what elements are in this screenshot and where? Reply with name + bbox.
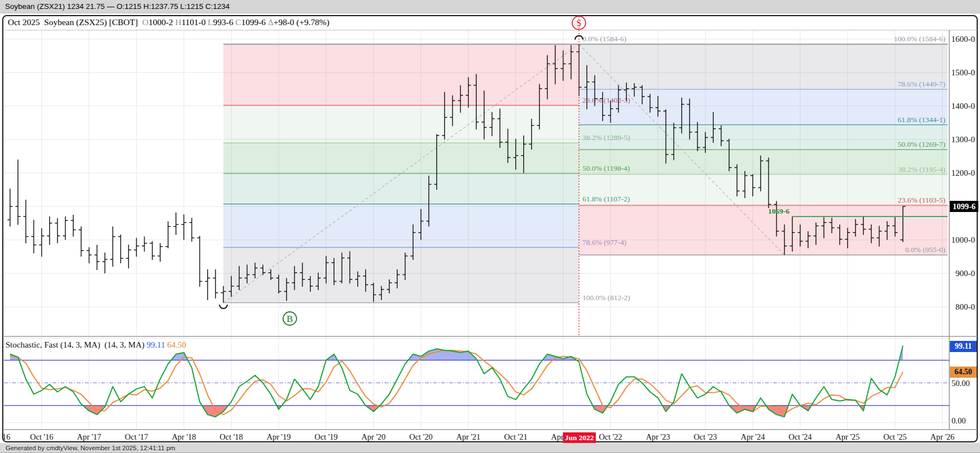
svg-text:Oct '23: Oct '23: [694, 432, 717, 441]
svg-text:Oct '22: Oct '22: [599, 432, 623, 441]
svg-text:Apr '24: Apr '24: [740, 432, 765, 441]
stochastic-d-value: 64.50: [167, 340, 186, 349]
svg-text:0.0% (955-0): 0.0% (955-0): [905, 245, 945, 254]
svg-text:900-0: 900-0: [955, 269, 975, 278]
svg-text:800-0: 800-0: [955, 302, 975, 311]
price-axis-labels: 1600-01500-01400-01300-01200-01000-0900-…: [952, 35, 976, 311]
stochastic-k-value: 99.11: [147, 340, 165, 349]
svg-text:1500-0: 1500-0: [952, 68, 976, 77]
generated-by-text: Generated by cmdtyView, November 1st 202…: [6, 445, 175, 451]
svg-text:Oct '18: Oct '18: [219, 432, 243, 441]
svg-text:Oct '21: Oct '21: [504, 432, 528, 441]
svg-text:Apr '25: Apr '25: [835, 432, 859, 441]
svg-text:Apr '18: Apr '18: [172, 432, 196, 441]
event-date-badge: Jun 2022: [563, 432, 596, 443]
svg-text:Apr '26: Apr '26: [930, 432, 954, 441]
svg-text:100.0% (812-2): 100.0% (812-2): [582, 293, 630, 302]
x-axis-labels: 16Oct '16Apr '17Oct '17Apr '18Oct '18Apr…: [2, 432, 954, 441]
footer-bar: Generated by cmdtyView, November 1st 202…: [0, 443, 980, 453]
svg-text:61.8% (1344-1): 61.8% (1344-1): [898, 115, 945, 124]
svg-text:1069-6: 1069-6: [768, 207, 790, 215]
svg-text:Oct '20: Oct '20: [409, 432, 433, 441]
svg-text:0.0% (1584-6): 0.0% (1584-6): [582, 35, 627, 43]
svg-text:S: S: [576, 18, 581, 28]
stochastic-plot: [4, 346, 949, 417]
svg-text:Oct '17: Oct '17: [125, 432, 149, 441]
svg-text:B: B: [286, 314, 293, 324]
svg-text:Oct '19: Oct '19: [314, 432, 338, 441]
svg-text:1600-0: 1600-0: [952, 35, 976, 44]
stochastic-d-badge: 64.50: [950, 367, 977, 378]
svg-text:38.2% (1195-4): 38.2% (1195-4): [898, 165, 945, 174]
svg-text:Apr '19: Apr '19: [266, 432, 290, 441]
svg-text:Oct '25: Oct '25: [883, 432, 907, 441]
svg-text:16: 16: [2, 432, 11, 441]
svg-text:100.0% (1584-6): 100.0% (1584-6): [894, 35, 945, 43]
last-price-badge: 1099-6: [950, 201, 978, 212]
stochastic-axis-0: 0.00: [952, 416, 965, 426]
svg-text:1200-0: 1200-0: [952, 168, 976, 177]
fibonacci-retracement: [579, 44, 948, 255]
stochastic-axis-50: 50.00: [952, 379, 970, 388]
stochastic-study-header: Stochastic, Fast (14, 3, MA) (14, 3, MA)…: [6, 340, 186, 350]
svg-text:Apr '21: Apr '21: [456, 432, 480, 441]
chart-canvas[interactable]: 0.0% (1584-6)23.6% (1402-3)38.2% (1289-5…: [0, 0, 980, 453]
stochastic-k-badge: 99.11: [950, 341, 977, 352]
svg-text:Oct '24: Oct '24: [788, 432, 812, 441]
svg-text:1400-0: 1400-0: [952, 102, 976, 110]
svg-text:1000-0: 1000-0: [952, 235, 976, 244]
svg-text:78.6% (1449-7): 78.6% (1449-7): [898, 80, 945, 88]
stochastic-study-params: (14, 3, MA): [104, 340, 145, 349]
cmdtyview-window: { "window": { "title_bar": "Soybean (ZSX…: [0, 0, 980, 453]
svg-text:50.0% (1269-7): 50.0% (1269-7): [898, 140, 945, 148]
svg-text:23.6% (1103-5): 23.6% (1103-5): [898, 196, 945, 204]
svg-text:Apr '23: Apr '23: [646, 432, 670, 441]
stochastic-study-name: Stochastic, Fast (14, 3, MA): [6, 340, 101, 349]
svg-text:Apr '20: Apr '20: [361, 432, 385, 441]
svg-text:1300-0: 1300-0: [952, 135, 976, 144]
svg-text:Oct '16: Oct '16: [30, 432, 54, 441]
svg-text:Apr '17: Apr '17: [77, 432, 101, 441]
